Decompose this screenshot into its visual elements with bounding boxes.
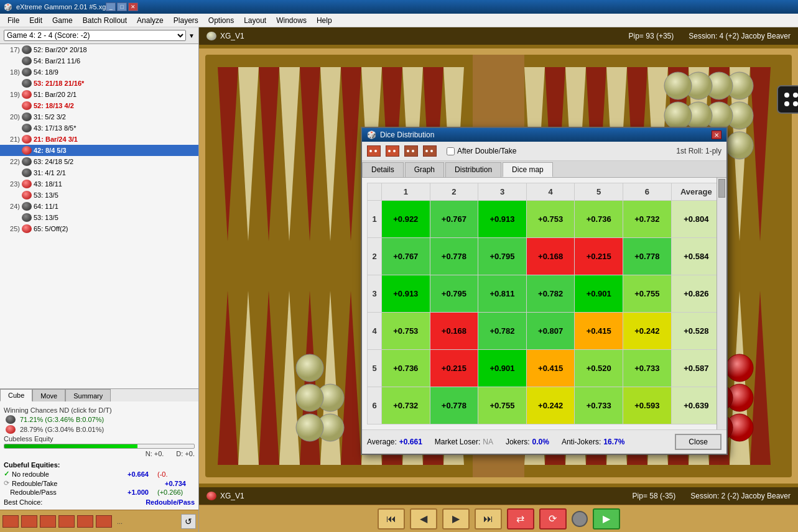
top-session: Session: 4 (+2) Jacoby Beaver — [689, 32, 791, 40]
checker-red — [22, 135, 32, 144]
nav-spin-button[interactable]: ⟳ — [539, 508, 567, 530]
menu-windows[interactable]: Windows — [271, 15, 312, 26]
bottom-session: Session: 2 (-2) Jacoby Beaver — [690, 492, 791, 500]
nav-swap-button[interactable]: ⇄ — [507, 508, 534, 530]
cell-6-3: +0.755 — [478, 387, 527, 424]
tab-details[interactable]: Details — [362, 162, 404, 177]
tab-dice-map[interactable]: Dice map — [503, 162, 553, 177]
no-redouble-value: +0.664 — [128, 470, 157, 478]
after-double-checkbox[interactable] — [447, 147, 455, 155]
menu-analyze[interactable]: Analyze — [132, 15, 169, 26]
checker-red — [22, 180, 32, 188]
checker-red — [22, 224, 32, 233]
checker-dark — [22, 213, 32, 222]
list-item[interactable]: 22) 63: 24/18 5/2 — [0, 156, 198, 167]
col-header-1: 1 — [381, 183, 430, 201]
board-area: XG_V1 Pip= 93 (+35) Session: 4 (+2) Jaco… — [199, 27, 798, 532]
list-item[interactable]: 53: 21/18 21/16* — [0, 78, 198, 89]
dice-distribution-dialog: 🎲 Dice Distribution ✕ — [361, 127, 728, 455]
pass-spacer — [4, 488, 7, 496]
menu-help[interactable]: Help — [312, 15, 337, 26]
menu-file[interactable]: File — [2, 15, 24, 26]
list-item[interactable]: 54: Bar/21 11/6 — [0, 55, 198, 66]
winning-chances-label[interactable]: Winning Chances ND (click for D/T) — [4, 406, 195, 414]
maximize-button[interactable]: □ — [117, 2, 127, 11]
col-header-5: 5 — [575, 183, 623, 201]
toolbar-text: ... — [117, 518, 123, 525]
svg-rect-86 — [777, 86, 798, 113]
nav-last-button[interactable]: ⏭ — [475, 508, 502, 530]
nav-next-button[interactable]: ▶ — [442, 508, 470, 530]
list-item[interactable]: 31: 4/1 2/1 — [0, 167, 198, 178]
menu-edit[interactable]: Edit — [24, 15, 47, 26]
cell-2-6: +0.778 — [623, 238, 672, 275]
list-item[interactable]: 24) 64: 11/1 — [0, 201, 198, 212]
checker-dark — [22, 202, 32, 211]
menu-options[interactable]: Options — [203, 15, 239, 26]
redouble-pass-diff: (+0.266) — [157, 488, 195, 496]
table-row: 4 +0.753 +0.168 +0.782 +0.807 +0.415 +0.… — [368, 313, 721, 350]
nav-prev-button[interactable]: ◀ — [410, 508, 437, 530]
cell-3-3: +0.811 — [478, 275, 527, 313]
menu-batch-rollout[interactable]: Batch Rollout — [78, 15, 132, 26]
dialog-close-button[interactable]: ✕ — [712, 131, 721, 139]
nav-play-button[interactable]: ▶ — [593, 508, 620, 530]
dialog-title-text: Dice Distribution — [380, 131, 434, 139]
menu-players[interactable]: Players — [169, 15, 203, 26]
list-item[interactable]: 19) 51: Bar/20 2/1 — [0, 89, 198, 100]
cell-5-1: +0.736 — [381, 350, 430, 387]
minimize-button[interactable]: _ — [106, 2, 116, 11]
after-double-checkbox-label: After Double/Take — [447, 147, 516, 155]
menu-layout[interactable]: Layout — [239, 15, 271, 26]
list-item[interactable]: 18) 54: 18/9 — [0, 66, 198, 78]
cell-2-4: +0.168 — [526, 238, 575, 275]
refresh-button[interactable]: ↺ — [181, 514, 196, 529]
moves-list[interactable]: 17) 52: Bar/20* 20/18 54: Bar/21 11/6 18… — [0, 44, 198, 388]
list-item[interactable]: 53: 13/5 — [0, 190, 198, 201]
list-item[interactable]: 20) 31: 5/2 3/2 — [0, 111, 198, 122]
dialog-scrollbar[interactable] — [717, 178, 726, 429]
tab-cube[interactable]: Cube — [0, 389, 32, 401]
nav-first-button[interactable]: ⏮ — [378, 508, 405, 530]
list-item[interactable]: 21) 21: Bar/24 3/1 — [0, 134, 198, 145]
cell-5-3: +0.901 — [478, 350, 527, 387]
dialog-scrollbar-thumb[interactable] — [718, 179, 725, 198]
game-select[interactable]: Game 4: 2 - 4 (Score: -2) — [4, 30, 186, 41]
cell-2-avg: +0.584 — [671, 238, 721, 275]
no-redouble-row: ✓ No redouble +0.664 (-0. — [4, 470, 195, 478]
dialog-close-btn[interactable]: Close — [675, 434, 721, 450]
list-item-selected[interactable]: 42: 8/4 5/3 — [0, 145, 198, 156]
tab-distribution[interactable]: Distribution — [445, 162, 501, 177]
best-choice-label: Best Choice: — [4, 498, 146, 506]
cubeless-label: Cubeless Equity — [4, 435, 195, 443]
list-item[interactable]: 23) 43: 18/11 — [0, 178, 198, 190]
cell-6-5: +0.733 — [575, 387, 623, 424]
menu-game[interactable]: Game — [47, 15, 78, 26]
list-item[interactable]: 25) 65: 5/Off(2) — [0, 223, 198, 234]
row-label-6: 6 — [368, 387, 382, 424]
tab-move[interactable]: Move — [32, 389, 65, 401]
checkmark-icon: ✓ — [4, 470, 9, 478]
list-item[interactable]: 53: 13/5 — [0, 212, 198, 223]
svg-point-90 — [793, 101, 798, 106]
cell-2-3: +0.795 — [478, 238, 527, 275]
jokers-stat: Jokers: 0.0% — [506, 438, 549, 446]
cell-4-6: +0.242 — [623, 313, 672, 350]
cell-1-4: +0.753 — [526, 201, 575, 238]
toolbar-die-3 — [40, 515, 56, 528]
toolbar-die-2 — [21, 515, 37, 528]
tab-graph[interactable]: Graph — [405, 162, 444, 177]
cell-1-2: +0.767 — [430, 201, 478, 238]
col-header-2: 2 — [430, 183, 478, 201]
cell-6-6: +0.593 — [623, 387, 672, 424]
redouble-take-row: ⟳ Redouble/Take +0.734 — [4, 479, 195, 487]
cell-3-5: +0.901 — [575, 275, 623, 313]
dialog-toolbar: After Double/Take 1st Roll: 1-ply — [362, 142, 726, 161]
list-item[interactable]: 17) 52: Bar/20* 20/18 — [0, 44, 198, 55]
svg-point-84 — [296, 384, 323, 411]
tab-summary[interactable]: Summary — [65, 389, 111, 401]
game-selector: Game 4: 2 - 4 (Score: -2) ▼ — [0, 27, 198, 44]
close-button[interactable]: ✕ — [128, 2, 138, 11]
list-item[interactable]: 43: 17/13 8/5* — [0, 122, 198, 134]
list-item[interactable]: 52: 18/13 4/2 — [0, 100, 198, 111]
